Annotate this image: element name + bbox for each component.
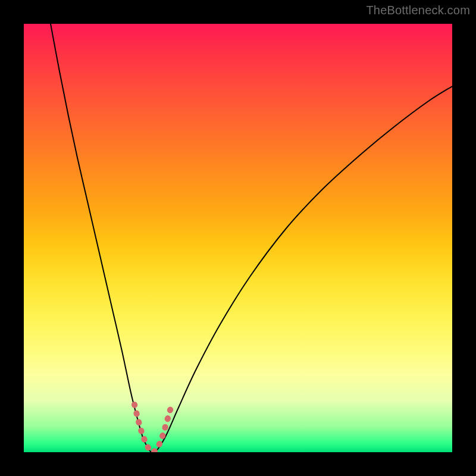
chart-frame: TheBottleneck.com — [0, 0, 476, 476]
main-curve — [51, 24, 452, 452]
watermark-text: TheBottleneck.com — [366, 4, 470, 17]
plot-area — [24, 24, 452, 452]
curve-layer — [24, 24, 452, 452]
trough-highlight — [134, 405, 171, 452]
